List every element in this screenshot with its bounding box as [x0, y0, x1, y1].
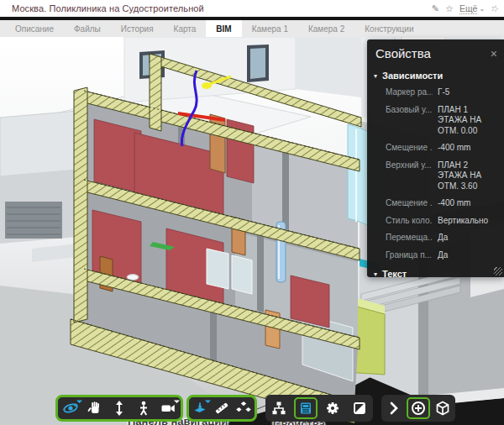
- page-title: Москва. Поликлиника на Судостроительной: [12, 3, 204, 13]
- header-actions: ✎ ☆ Ещё ⌄ ☆: [432, 3, 499, 14]
- camera-button[interactable]: [156, 397, 180, 419]
- properties-panel: Свойства × ▾ Зависимости Маркер ра... Г-…: [367, 39, 504, 277]
- add-plus-button[interactable]: [407, 397, 430, 419]
- toolbar-add-group: [381, 395, 455, 422]
- property-row: Граница п... Да: [367, 247, 504, 265]
- settings-gear-button[interactable]: [321, 397, 344, 419]
- tab-camera-2[interactable]: Камера 2: [298, 20, 354, 37]
- property-row: Перемеща... Да: [367, 229, 504, 247]
- panel-resize-handle[interactable]: [494, 267, 502, 275]
- zoom-vertical-button[interactable]: [108, 397, 131, 419]
- more-menu-label: Ещё: [459, 3, 477, 14]
- tab-description[interactable]: Описание: [5, 20, 64, 37]
- property-row: Базовый у... ПЛАН 1 ЭТАЖА НА ОТМ. 0.00: [367, 102, 504, 140]
- properties-panel-button[interactable]: [294, 397, 318, 419]
- pan-hand-button[interactable]: [83, 397, 107, 419]
- favorite-star-icon[interactable]: ☆: [445, 4, 454, 13]
- measure-ruler-button[interactable]: [211, 397, 233, 419]
- tab-bim[interactable]: BIM: [206, 20, 241, 37]
- property-row: Верхний у... ПЛАН 2 ЭТАЖА НА ОТМ. 3.60: [367, 157, 504, 196]
- chevron-down-icon: ⌄: [479, 5, 485, 13]
- toolbar-panels-group: [265, 395, 373, 422]
- property-row: Стиль коло... Вертикально: [367, 212, 504, 230]
- window-header: Москва. Поликлиника на Судостроительной …: [0, 0, 504, 17]
- expand-chevron-button[interactable]: [382, 397, 406, 419]
- edit-pencil-icon[interactable]: ✎: [432, 4, 439, 13]
- toolbar-tools-group: [186, 395, 257, 422]
- close-icon[interactable]: ×: [491, 48, 497, 60]
- tab-bar: Описание Файлы История Карта BIM Камера …: [0, 20, 504, 37]
- properties-panel-title: Свойства: [375, 46, 431, 60]
- contrast-expand-button[interactable]: [348, 397, 371, 419]
- tab-camera-1[interactable]: Камера 1: [242, 20, 298, 37]
- tab-history[interactable]: История: [111, 20, 164, 37]
- tab-constructions[interactable]: Конструкции: [354, 20, 423, 37]
- section-cut-button[interactable]: [189, 397, 211, 419]
- toolbar-navigation-group: [55, 395, 183, 422]
- model-cube-button[interactable]: [431, 397, 454, 419]
- tab-map[interactable]: Карта: [164, 20, 207, 37]
- property-row: Маркер ра... Г-5: [367, 84, 504, 102]
- property-row: Смещение ... -400 mm: [367, 139, 504, 157]
- model-tree-button[interactable]: [267, 397, 291, 419]
- tab-files[interactable]: Файлы: [64, 20, 111, 37]
- star-badge-icon[interactable]: ☆: [490, 3, 501, 14]
- walk-person-button[interactable]: [132, 397, 155, 419]
- section-text[interactable]: ▾ Текст: [367, 264, 504, 277]
- more-menu[interactable]: Ещё ⌄: [459, 3, 485, 14]
- bim-viewer-app: Москва. Поликлиника на Судостроительной …: [0, 0, 504, 425]
- section-dependencies[interactable]: ▾ Зависимости: [367, 66, 504, 84]
- collapse-triangle-icon: ▾: [374, 270, 377, 278]
- explode-cube-button[interactable]: [233, 397, 255, 419]
- orbit-button[interactable]: [59, 397, 82, 419]
- properties-panel-header: Свойства ×: [367, 39, 504, 66]
- collapse-triangle-icon: ▾: [374, 72, 377, 80]
- property-row: Смещение ... -400 mm: [367, 195, 504, 212]
